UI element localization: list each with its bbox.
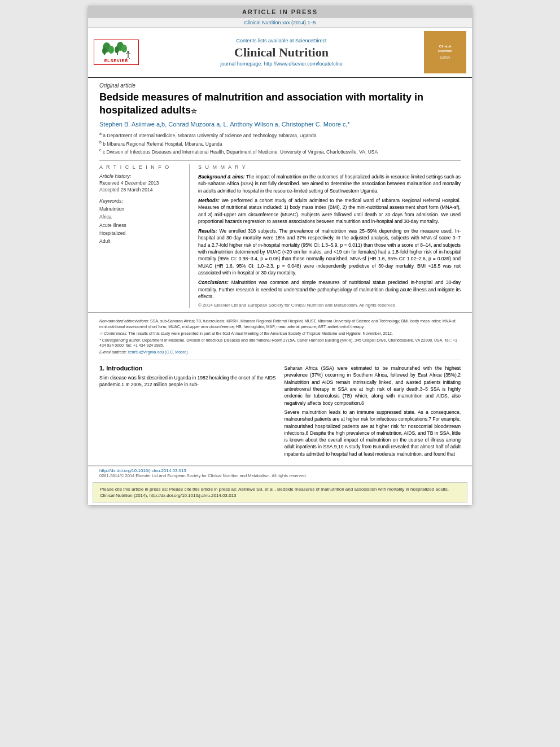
sciencedirect-link[interactable]: ScienceDirect — [295, 38, 327, 43]
email-footnote: E-mail address: ccm5u@virginia.edu (C.C.… — [99, 350, 461, 355]
article-content: Original article Bedside measures of mal… — [88, 78, 472, 313]
svg-point-8 — [127, 51, 129, 53]
abbrev-footnote: Non-standard abbreviations: SSA, sub-Sah… — [99, 318, 461, 330]
citation-bar: Please cite this article in press as: Pl… — [93, 482, 467, 503]
intro-left-para1: Slim disease was first described in Ugan… — [99, 374, 276, 388]
contents-line: Contents lists available at ScienceDirec… — [139, 38, 424, 43]
summary-conclusions: Conclusions: Malnutrition was common and… — [198, 279, 461, 300]
body-right-col: Saharan Africa (SSA) were estimated to b… — [285, 365, 461, 460]
homepage-line: journal homepage: http://www.elsevier.co… — [139, 61, 424, 67]
journal-title: Clinical Nutrition — [139, 45, 424, 60]
svg-point-3 — [102, 47, 107, 54]
svg-line-12 — [126, 57, 128, 59]
article-history: Article history: Received 4 December 201… — [99, 173, 183, 194]
doi-text[interactable]: http://dx.doi.org/10.1016/j.clnu.2014.03… — [99, 468, 461, 473]
conferences-footnote: ☆ Conferences: The results of this study… — [99, 331, 461, 337]
banner-text: ARTICLE IN PRESS — [242, 8, 318, 15]
article-info-summary: A R T I C L E I N F O Article history: R… — [99, 160, 461, 308]
affiliations: a a Department of Internal Medicine, Mba… — [99, 131, 461, 156]
summary-results: Results: We enrolled 318 subjects. The p… — [198, 228, 461, 276]
elsevier-label: ELSEVIER — [104, 59, 129, 63]
journal-citation: Clinical Nutrition xxx (2014) 1–5 — [88, 18, 472, 28]
corresponding-footnote: * Corresponding author. Department of Me… — [99, 338, 461, 349]
doi-section: http://dx.doi.org/10.1016/j.clnu.2014.03… — [88, 466, 472, 480]
issn-text: 0261-5614/© 2014 Elsevier Ltd and Europe… — [99, 473, 461, 478]
summary-background: Background & aims: The impact of malnutr… — [198, 173, 461, 194]
article-type: Original article — [99, 82, 461, 89]
footnotes-area: Non-standard abbreviations: SSA, sub-Sah… — [99, 318, 461, 360]
journal-logo: Clinical Nutrition ESPEN — [424, 31, 466, 73]
intro-heading: 1. Introduction — [99, 365, 276, 372]
keyword-list: Malnutrition Africa Acute illness Hospit… — [99, 205, 183, 246]
svg-point-2 — [108, 46, 114, 54]
body-left-col: 1. Introduction Slim disease was first d… — [99, 365, 276, 460]
journal-header: ELSEVIER Contents lists available at Sci… — [88, 28, 472, 78]
summary-methods: Methods: We performed a cohort study of … — [198, 197, 461, 225]
keywords-block: Keywords: Malnutrition Africa Acute illn… — [99, 198, 183, 246]
svg-point-6 — [121, 45, 127, 53]
article-info-label: A R T I C L E I N F O — [99, 164, 183, 170]
article-title: Bedside measures of malnutrition and ass… — [99, 91, 461, 117]
intro-right-para2: Severe malnutrition leads to an immune s… — [285, 409, 461, 457]
article-in-press-banner: ARTICLE IN PRESS — [88, 6, 472, 18]
body-section: Non-standard abbreviations: SSA, sub-Sah… — [88, 313, 472, 466]
intro-right-para1: Saharan Africa (SSA) were estimated to b… — [285, 365, 461, 407]
body-columns: 1. Introduction Slim disease was first d… — [99, 365, 461, 460]
summary-col: S U M M A R Y Background & aims: The imp… — [198, 164, 461, 308]
article-info-col: A R T I C L E I N F O Article history: R… — [99, 164, 190, 308]
summary-label: S U M M A R Y — [198, 164, 461, 170]
svg-point-7 — [115, 46, 119, 53]
citation-text: Please cite this article in press as: Pl… — [100, 486, 460, 499]
journal-center: Contents lists available at ScienceDirec… — [139, 38, 424, 67]
copyright-line: © 2014 Elsevier Ltd and European Society… — [198, 303, 461, 308]
svg-line-13 — [128, 57, 130, 59]
authors: Stephen B. Asiimwe a,b, Conrad Muzoora a… — [99, 121, 461, 128]
elsevier-logo: ELSEVIER — [94, 40, 139, 65]
